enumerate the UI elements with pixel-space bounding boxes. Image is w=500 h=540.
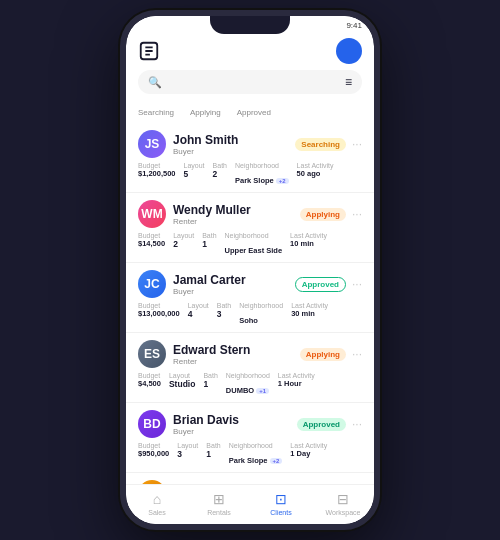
revenue-applying-label: Applying xyxy=(190,108,221,117)
neighborhood-value: Upper East Side xyxy=(225,246,283,255)
client-type: Buyer xyxy=(173,147,295,156)
budget-block: Budget $13,000,000 xyxy=(138,302,180,327)
budget-value: $1,200,500 xyxy=(138,169,176,178)
revenue-searching: Searching xyxy=(138,108,174,117)
client-card[interactable]: SL Samantha Lee Buyer Searching ··· xyxy=(126,473,374,484)
client-header: BD Brian Davis Buyer Approved ··· xyxy=(138,410,362,438)
bath-block: Bath 3 xyxy=(217,302,231,327)
avatar: WM xyxy=(138,200,166,228)
nav-item-sales[interactable]: ⌂ Sales xyxy=(126,491,188,516)
budget-label: Budget xyxy=(138,442,169,449)
activity-block: Last Activity 50 ago xyxy=(297,162,334,187)
client-card[interactable]: WM Wendy Muller Renter Applying ··· Budg… xyxy=(126,193,374,263)
client-details: Budget $14,500 Layout 2 Bath 1 Neighborh… xyxy=(138,232,362,257)
bath-value: 2 xyxy=(213,169,227,179)
neighborhood-value: Park Slope +2 xyxy=(229,456,283,465)
client-name-block: Brian Davis Buyer xyxy=(173,413,297,436)
budget-value: $14,500 xyxy=(138,239,165,248)
activity-value: 1 Hour xyxy=(278,379,315,388)
neighborhood-label: Neighborhood xyxy=(235,162,289,169)
budget-value: $13,000,000 xyxy=(138,309,180,318)
nav-icon-sales: ⌂ xyxy=(153,491,161,507)
layout-block: Layout 5 xyxy=(184,162,205,187)
bath-label: Bath xyxy=(217,302,231,309)
search-bar[interactable]: 🔍 ≡ xyxy=(138,70,362,94)
budget-block: Budget $4,500 xyxy=(138,372,161,397)
client-header: ES Edward Stern Renter Applying ··· xyxy=(138,340,362,368)
budget-block: Budget $950,000 xyxy=(138,442,169,467)
neighborhood-label: Neighborhood xyxy=(225,232,283,239)
status-badge: Applying xyxy=(300,208,346,221)
more-menu-icon[interactable]: ··· xyxy=(352,137,362,151)
nav-item-workspace[interactable]: ⊟ Workspace xyxy=(312,491,374,516)
client-name: Brian Davis xyxy=(173,413,297,427)
layout-label: Layout xyxy=(169,372,195,379)
bath-block: Bath 1 xyxy=(202,232,216,257)
client-card[interactable]: BD Brian Davis Buyer Approved ··· Budget… xyxy=(126,403,374,473)
client-header: WM Wendy Muller Renter Applying ··· xyxy=(138,200,362,228)
client-type: Renter xyxy=(173,217,300,226)
revenue-stats: Searching Applying Approved xyxy=(138,108,362,117)
layout-value: Studio xyxy=(169,379,195,389)
client-details: Budget $950,000 Layout 3 Bath 1 Neighbor… xyxy=(138,442,362,467)
more-menu-icon[interactable]: ··· xyxy=(352,417,362,431)
budget-label: Budget xyxy=(138,232,165,239)
budget-label: Budget xyxy=(138,162,176,169)
status-badge: Approved xyxy=(297,418,346,431)
more-menu-icon[interactable]: ··· xyxy=(352,207,362,221)
neighborhood-label: Neighborhood xyxy=(229,442,283,449)
layout-block: Layout Studio xyxy=(169,372,195,397)
client-name-block: Jamal Carter Buyer xyxy=(173,273,295,296)
bath-label: Bath xyxy=(203,372,217,379)
phone-notch xyxy=(210,16,290,34)
activity-block: Last Activity 10 min xyxy=(290,232,327,257)
bath-label: Bath xyxy=(213,162,227,169)
nav-label-rentals: Rentals xyxy=(207,509,231,516)
filter-icon[interactable]: ≡ xyxy=(345,75,352,89)
budget-label: Budget xyxy=(138,372,161,379)
budget-label: Budget xyxy=(138,302,180,309)
revenue-searching-label: Searching xyxy=(138,108,174,117)
neighborhood-label: Neighborhood xyxy=(226,372,270,379)
neighborhood-block: Neighborhood DUMBO +1 xyxy=(226,372,270,397)
status-badge: Searching xyxy=(295,138,346,151)
client-card[interactable]: ES Edward Stern Renter Applying ··· Budg… xyxy=(126,333,374,403)
neighborhood-block: Neighborhood Park Slope +2 xyxy=(229,442,283,467)
nav-icon-clients: ⊡ xyxy=(275,491,287,507)
client-type: Buyer xyxy=(173,287,295,296)
activity-value: 30 min xyxy=(291,309,328,318)
neighborhood-badge: +2 xyxy=(270,458,283,464)
neighborhood-block: Neighborhood Upper East Side xyxy=(225,232,283,257)
nav-item-rentals[interactable]: ⊞ Rentals xyxy=(188,491,250,516)
activity-value: 10 min xyxy=(290,239,327,248)
clients-list: JS John Smith Buyer Searching ··· Budget… xyxy=(126,123,374,484)
revenue-approved: Approved xyxy=(237,108,271,117)
layout-value: 4 xyxy=(188,309,209,319)
nav-icon-workspace: ⊟ xyxy=(337,491,349,507)
bath-value: 1 xyxy=(206,449,220,459)
activity-value: 50 ago xyxy=(297,169,334,178)
neighborhood-label: Neighborhood xyxy=(239,302,283,309)
nav-label-workspace: Workspace xyxy=(326,509,361,516)
more-menu-icon[interactable]: ··· xyxy=(352,347,362,361)
bath-block: Bath 1 xyxy=(203,372,217,397)
layout-value: 2 xyxy=(173,239,194,249)
activity-label: Last Activity xyxy=(278,372,315,379)
layout-label: Layout xyxy=(177,442,198,449)
bath-value: 1 xyxy=(202,239,216,249)
client-card[interactable]: JS John Smith Buyer Searching ··· Budget… xyxy=(126,123,374,193)
layout-block: Layout 4 xyxy=(188,302,209,327)
nav-item-clients[interactable]: ⊡ Clients xyxy=(250,491,312,516)
revenue-applying: Applying xyxy=(190,108,221,117)
client-details: Budget $13,000,000 Layout 4 Bath 3 Neigh… xyxy=(138,302,362,327)
nav-icon-rentals: ⊞ xyxy=(213,491,225,507)
more-menu-icon[interactable]: ··· xyxy=(352,277,362,291)
phone-screen: 9:41 🔍 ≡ xyxy=(126,16,374,524)
bath-block: Bath 2 xyxy=(213,162,227,187)
activity-block: Last Activity 30 min xyxy=(291,302,328,327)
neighborhood-badge: +1 xyxy=(256,388,269,394)
client-card[interactable]: JC Jamal Carter Buyer Approved ··· Budge… xyxy=(126,263,374,333)
layout-block: Layout 3 xyxy=(177,442,198,467)
client-name: Edward Stern xyxy=(173,343,300,357)
add-client-button[interactable] xyxy=(336,38,362,64)
